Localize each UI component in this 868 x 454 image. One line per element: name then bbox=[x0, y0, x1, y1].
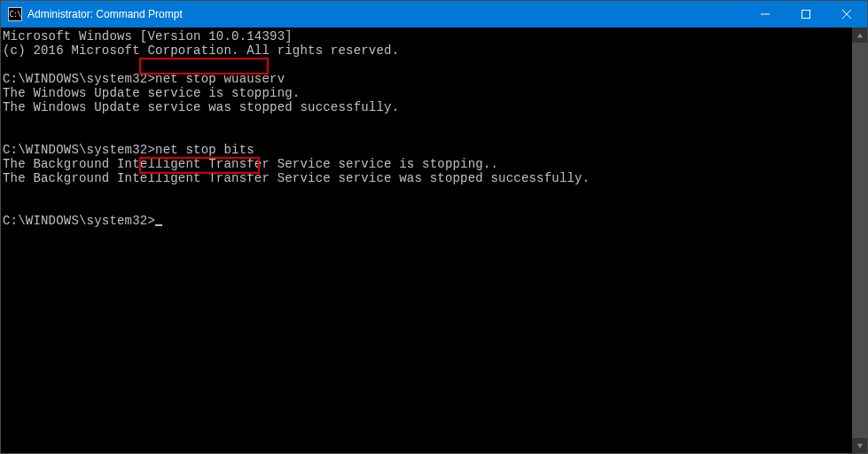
output-1a: The Windows Update service is stopping. bbox=[3, 86, 300, 100]
prompt-1-command: net stop wuauserv bbox=[155, 72, 285, 86]
svg-marker-4 bbox=[856, 33, 862, 37]
minimize-button[interactable] bbox=[745, 1, 786, 27]
chevron-up-icon bbox=[856, 32, 864, 39]
chevron-down-icon bbox=[856, 442, 864, 450]
svg-marker-5 bbox=[856, 443, 862, 448]
close-icon bbox=[842, 10, 851, 19]
scroll-thumb[interactable] bbox=[852, 43, 867, 438]
minimize-icon bbox=[761, 10, 770, 19]
scroll-up-button[interactable] bbox=[852, 27, 867, 43]
titlebar[interactable]: C:\ Administrator: Command Prompt bbox=[1, 1, 867, 27]
terminal-output[interactable]: Microsoft Windows [Version 10.0.14393] (… bbox=[1, 27, 852, 453]
maximize-icon bbox=[802, 10, 810, 19]
cmd-icon: C:\ bbox=[8, 7, 22, 21]
output-2b: The Background Intelligent Transfer Serv… bbox=[3, 171, 590, 185]
prompt-1-prefix: C:\WINDOWS\system32> bbox=[3, 72, 155, 86]
maximize-button[interactable] bbox=[786, 1, 826, 27]
close-button[interactable] bbox=[826, 1, 867, 27]
vertical-scrollbar[interactable] bbox=[852, 27, 867, 453]
copyright-line: (c) 2016 Microsoft Corporation. All righ… bbox=[3, 43, 399, 58]
output-1b: The Windows Update service was stopped s… bbox=[3, 100, 399, 114]
scroll-track[interactable] bbox=[852, 43, 867, 438]
prompt-3-prefix: C:\WINDOWS\system32> bbox=[3, 214, 155, 228]
version-line: Microsoft Windows [Version 10.0.14393] bbox=[3, 29, 293, 43]
client-area: Microsoft Windows [Version 10.0.14393] (… bbox=[1, 27, 867, 453]
scroll-down-button[interactable] bbox=[852, 438, 867, 453]
cursor bbox=[155, 224, 162, 226]
window-title: Administrator: Command Prompt bbox=[27, 8, 183, 20]
prompt-2-prefix: C:\WINDOWS\system32> bbox=[3, 143, 155, 157]
svg-rect-1 bbox=[802, 11, 810, 19]
prompt-2-command: net stop bits bbox=[155, 143, 254, 157]
command-prompt-window: C:\ Administrator: Command Prompt Micros… bbox=[0, 0, 868, 454]
output-2a: The Background Intelligent Transfer Serv… bbox=[3, 157, 498, 171]
